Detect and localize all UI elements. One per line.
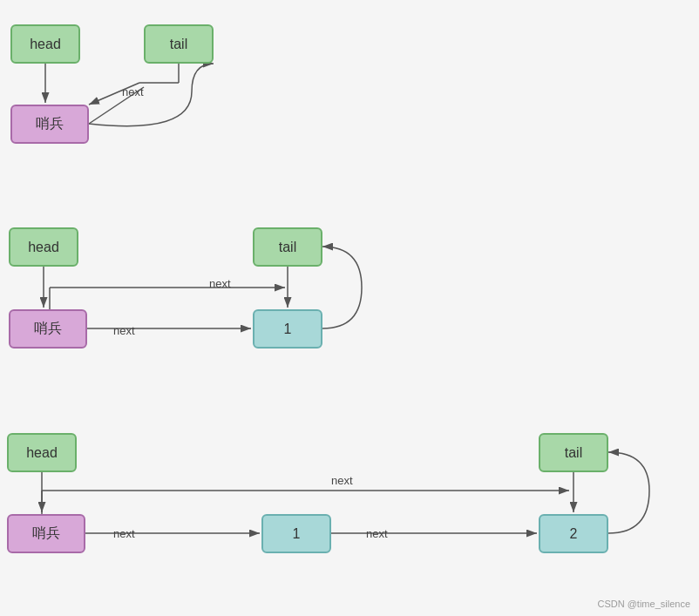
d2-head-label: head	[28, 240, 59, 255]
d2-node1: 1	[253, 309, 322, 349]
d3-sentry-label: 哨兵	[32, 525, 60, 543]
canvas: head tail 哨兵 next head tail 哨兵 1 next ne…	[0, 0, 699, 616]
d2-tail-node: tail	[253, 227, 322, 267]
d1-sentry-label: 哨兵	[36, 115, 64, 133]
d1-sentry-node: 哨兵	[10, 105, 89, 144]
d2-next-label-1: next	[209, 277, 231, 290]
d1-tail-label: tail	[170, 37, 187, 52]
d3-node2-label: 2	[570, 526, 578, 542]
d3-next-label-3: next	[366, 527, 388, 540]
d3-next-label-2: next	[113, 527, 135, 540]
d2-tail-label: tail	[279, 240, 296, 255]
d2-head-node: head	[9, 227, 78, 267]
d1-tail-node: tail	[144, 24, 214, 64]
watermark: CSDN @time_silence	[597, 599, 690, 609]
d3-sentry-node: 哨兵	[7, 514, 85, 553]
d1-head-node: head	[10, 24, 80, 64]
d3-node2: 2	[539, 514, 608, 553]
d3-next-label-1: next	[331, 474, 353, 487]
d2-next-label-2: next	[113, 324, 135, 337]
d1-next-label: next	[122, 85, 144, 98]
d1-head-label: head	[30, 37, 61, 52]
d3-node1-label: 1	[293, 526, 301, 542]
d3-node1: 1	[261, 514, 331, 553]
d3-head-label: head	[26, 445, 58, 461]
d3-tail-label: tail	[565, 445, 582, 461]
d3-head-node: head	[7, 433, 77, 472]
d2-sentry-label: 哨兵	[34, 320, 62, 338]
d2-sentry-node: 哨兵	[9, 309, 87, 349]
d2-node1-label: 1	[284, 322, 292, 337]
d3-tail-node: tail	[539, 433, 608, 472]
